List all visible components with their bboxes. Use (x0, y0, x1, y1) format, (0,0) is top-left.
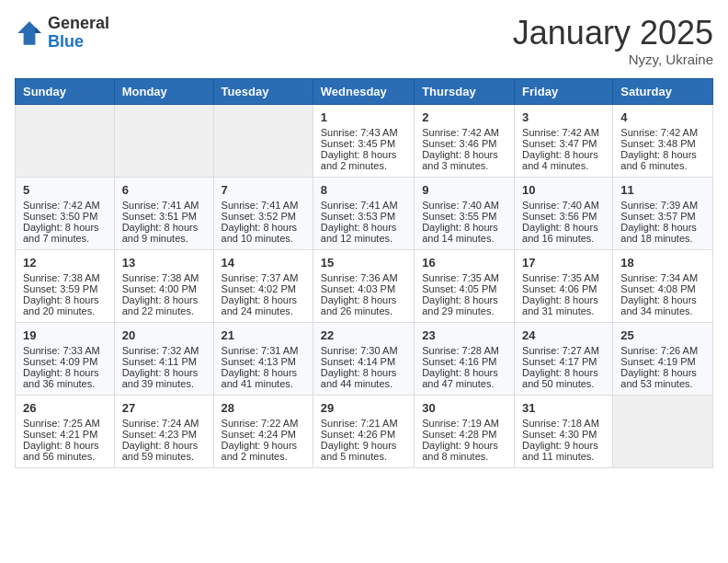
sunrise-text: Sunrise: 7:26 AM (620, 345, 705, 356)
day-number: 17 (522, 256, 605, 270)
daylight-text: Daylight: 8 hours and 3 minutes. (422, 149, 506, 171)
weekday-header-monday: Monday (114, 78, 213, 104)
sunset-text: Sunset: 3:46 PM (422, 138, 506, 149)
calendar-cell: 28Sunrise: 7:22 AMSunset: 4:24 PMDayligh… (213, 395, 313, 467)
day-number: 16 (422, 256, 506, 270)
day-number: 18 (620, 256, 705, 270)
daylight-text: Daylight: 8 hours and 59 minutes. (122, 440, 206, 462)
weekday-header-wednesday: Wednesday (313, 78, 414, 104)
sunset-text: Sunset: 4:02 PM (222, 283, 305, 294)
calendar-cell: 8Sunrise: 7:41 AMSunset: 3:53 PMDaylight… (313, 177, 414, 249)
sunset-text: Sunset: 3:56 PM (522, 211, 605, 222)
sunrise-text: Sunrise: 7:43 AM (321, 127, 406, 138)
day-number: 6 (122, 183, 206, 197)
day-number: 19 (23, 328, 107, 342)
calendar-cell: 19Sunrise: 7:33 AMSunset: 4:09 PMDayligh… (16, 322, 115, 395)
week-row-2: 5Sunrise: 7:42 AMSunset: 3:50 PMDaylight… (16, 177, 713, 249)
month-title: January 2025 (513, 15, 713, 52)
sunrise-text: Sunrise: 7:38 AM (23, 272, 107, 283)
calendar-cell: 21Sunrise: 7:31 AMSunset: 4:13 PMDayligh… (213, 322, 313, 395)
calendar-cell (114, 104, 213, 177)
sunrise-text: Sunrise: 7:33 AM (23, 345, 107, 356)
weekday-header-thursday: Thursday (415, 78, 515, 104)
sunrise-text: Sunrise: 7:32 AM (122, 345, 206, 356)
location: Nyzy, Ukraine (513, 52, 713, 67)
sunrise-text: Sunrise: 7:34 AM (620, 272, 705, 283)
sunset-text: Sunset: 4:05 PM (422, 283, 506, 294)
calendar-cell: 23Sunrise: 7:28 AMSunset: 4:16 PMDayligh… (415, 322, 515, 395)
calendar-body: 1Sunrise: 7:43 AMSunset: 3:45 PMDaylight… (16, 104, 713, 467)
daylight-text: Daylight: 8 hours and 9 minutes. (122, 222, 206, 244)
sunrise-text: Sunrise: 7:31 AM (222, 345, 305, 356)
sunrise-text: Sunrise: 7:42 AM (422, 127, 506, 138)
sunrise-text: Sunrise: 7:36 AM (321, 272, 406, 283)
sunrise-text: Sunrise: 7:38 AM (122, 272, 206, 283)
calendar-cell: 2Sunrise: 7:42 AMSunset: 3:46 PMDaylight… (415, 104, 515, 177)
sunrise-text: Sunrise: 7:19 AM (422, 418, 506, 429)
sunrise-text: Sunrise: 7:22 AM (222, 418, 305, 429)
daylight-text: Daylight: 8 hours and 4 minutes. (522, 149, 605, 171)
calendar-cell: 31Sunrise: 7:18 AMSunset: 4:30 PMDayligh… (515, 395, 613, 467)
daylight-text: Daylight: 8 hours and 34 minutes. (620, 294, 705, 316)
day-number: 15 (321, 256, 406, 270)
calendar-cell: 14Sunrise: 7:37 AMSunset: 4:02 PMDayligh… (213, 249, 313, 322)
sunset-text: Sunset: 3:50 PM (23, 211, 107, 222)
page-header: General Blue January 2025 Nyzy, Ukraine (15, 15, 713, 67)
weekday-header-sunday: Sunday (16, 78, 115, 104)
day-number: 20 (122, 328, 206, 342)
daylight-text: Daylight: 9 hours and 8 minutes. (422, 440, 506, 462)
daylight-text: Daylight: 8 hours and 6 minutes. (620, 149, 705, 171)
weekday-header-row: SundayMondayTuesdayWednesdayThursdayFrid… (16, 78, 713, 104)
calendar-cell: 13Sunrise: 7:38 AMSunset: 4:00 PMDayligh… (114, 249, 213, 322)
sunrise-text: Sunrise: 7:41 AM (222, 200, 305, 211)
sunset-text: Sunset: 4:06 PM (522, 283, 605, 294)
logo-text: General Blue (48, 15, 109, 52)
calendar-cell: 7Sunrise: 7:41 AMSunset: 3:52 PMDaylight… (213, 177, 313, 249)
day-number: 21 (222, 328, 305, 342)
day-number: 29 (321, 401, 406, 415)
daylight-text: Daylight: 8 hours and 36 minutes. (23, 367, 107, 389)
sunrise-text: Sunrise: 7:21 AM (321, 418, 406, 429)
sunset-text: Sunset: 3:55 PM (422, 211, 506, 222)
daylight-text: Daylight: 8 hours and 22 minutes. (122, 294, 206, 316)
sunset-text: Sunset: 4:21 PM (23, 429, 107, 440)
sunset-text: Sunset: 3:45 PM (321, 138, 406, 149)
daylight-text: Daylight: 8 hours and 12 minutes. (321, 222, 406, 244)
sunset-text: Sunset: 4:14 PM (321, 356, 406, 367)
sunrise-text: Sunrise: 7:30 AM (321, 345, 406, 356)
calendar-cell: 30Sunrise: 7:19 AMSunset: 4:28 PMDayligh… (415, 395, 515, 467)
day-number: 9 (422, 183, 506, 197)
daylight-text: Daylight: 8 hours and 24 minutes. (222, 294, 305, 316)
logo-icon (15, 18, 44, 48)
sunset-text: Sunset: 4:13 PM (222, 356, 305, 367)
sunrise-text: Sunrise: 7:42 AM (23, 200, 107, 211)
sunrise-text: Sunrise: 7:35 AM (522, 272, 605, 283)
day-number: 27 (122, 401, 206, 415)
daylight-text: Daylight: 8 hours and 14 minutes. (422, 222, 506, 244)
sunset-text: Sunset: 4:08 PM (620, 283, 705, 294)
calendar-cell: 27Sunrise: 7:24 AMSunset: 4:23 PMDayligh… (114, 395, 213, 467)
calendar-cell (213, 104, 313, 177)
sunrise-text: Sunrise: 7:35 AM (422, 272, 506, 283)
daylight-text: Daylight: 8 hours and 10 minutes. (222, 222, 305, 244)
weekday-header-tuesday: Tuesday (213, 78, 313, 104)
sunrise-text: Sunrise: 7:39 AM (620, 200, 705, 211)
daylight-text: Daylight: 9 hours and 5 minutes. (321, 440, 406, 462)
daylight-text: Daylight: 9 hours and 2 minutes. (222, 440, 305, 462)
week-row-1: 1Sunrise: 7:43 AMSunset: 3:45 PMDaylight… (16, 104, 713, 177)
daylight-text: Daylight: 8 hours and 7 minutes. (23, 222, 107, 244)
calendar-cell: 5Sunrise: 7:42 AMSunset: 3:50 PMDaylight… (16, 177, 115, 249)
calendar-cell: 29Sunrise: 7:21 AMSunset: 4:26 PMDayligh… (313, 395, 414, 467)
daylight-text: Daylight: 8 hours and 18 minutes. (620, 222, 705, 244)
daylight-text: Daylight: 8 hours and 41 minutes. (222, 367, 305, 389)
sunset-text: Sunset: 4:11 PM (122, 356, 206, 367)
sunset-text: Sunset: 4:03 PM (321, 283, 406, 294)
calendar-cell: 11Sunrise: 7:39 AMSunset: 3:57 PMDayligh… (613, 177, 713, 249)
day-number: 25 (620, 328, 705, 342)
calendar-cell: 18Sunrise: 7:34 AMSunset: 4:08 PMDayligh… (613, 249, 713, 322)
calendar-cell (613, 395, 713, 467)
sunset-text: Sunset: 3:53 PM (321, 211, 406, 222)
sunset-text: Sunset: 3:47 PM (522, 138, 605, 149)
calendar: SundayMondayTuesdayWednesdayThursdayFrid… (15, 78, 713, 468)
daylight-text: Daylight: 9 hours and 11 minutes. (522, 440, 605, 462)
